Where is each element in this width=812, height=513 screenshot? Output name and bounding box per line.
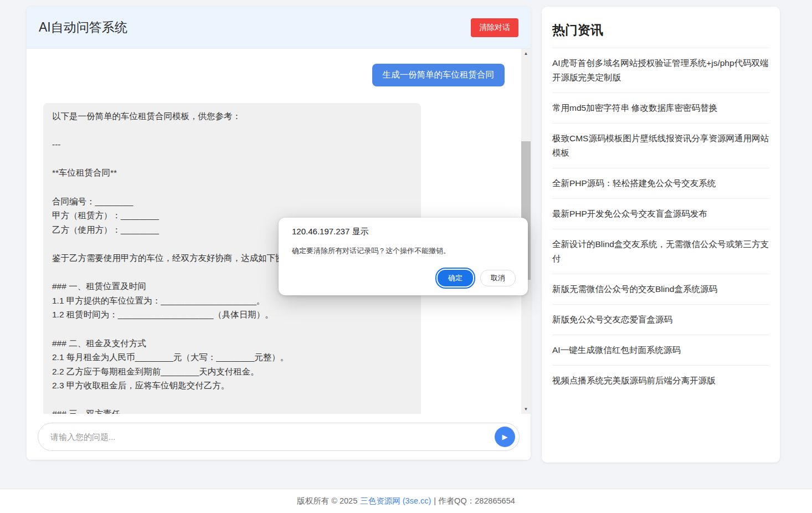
page-title: AI自动问答系统: [39, 19, 127, 36]
browser-confirm-dialog: 120.46.197.237 显示 确定要清除所有对话记录吗？这个操作不能撤销。…: [279, 218, 528, 295]
send-icon: ▶: [502, 433, 508, 441]
chat-header: AI自动问答系统 清除对话: [27, 7, 531, 49]
dialog-cancel-button[interactable]: 取消: [480, 270, 516, 286]
author-qq-text: | 作者QQ：282865654: [434, 496, 515, 506]
chat-input-bar: ▶: [27, 414, 531, 460]
page-footer: 版权所有 © 2025 三色资源网 (3se.cc) | 作者QQ：282865…: [0, 489, 812, 513]
news-item[interactable]: 全新设计的Blind盒交友系统，无需微信公众号或第三方支付: [552, 229, 769, 274]
news-item[interactable]: 新版免公众号交友恋爱盲盒源码: [552, 305, 769, 335]
news-item[interactable]: 最新PHP开发免公众号交友盲盒源码发布: [552, 199, 769, 229]
dialog-message: 确定要清除所有对话记录吗？这个操作不能撤销。: [292, 246, 515, 256]
scroll-down-icon[interactable]: ▼: [521, 404, 531, 414]
news-item[interactable]: 全新PHP源码：轻松搭建免公众号交友系统: [552, 168, 769, 199]
news-item[interactable]: 常用md5加密字符串 修改数据库密密码替换: [552, 93, 769, 124]
scroll-up-icon[interactable]: ▲: [521, 49, 531, 58]
copyright-text: 版权所有 © 2025: [297, 496, 357, 506]
news-item[interactable]: 极致CMS源码模板图片壁纸线报资讯分享资源网通用网站模板: [552, 124, 769, 168]
hot-news-panel: 热门资讯 AI虎哥首创多域名网站授权验证管理系统+js/php代码双端开源版完美…: [542, 7, 780, 463]
send-button[interactable]: ▶: [495, 427, 515, 447]
site-link[interactable]: 三色资源网 (3se.cc): [360, 496, 431, 506]
dialog-title: 120.46.197.237 显示: [292, 227, 515, 237]
question-input[interactable]: [38, 423, 520, 451]
user-message-bubble: 生成一份简单的车位租赁合同: [372, 64, 505, 86]
news-item[interactable]: 视频点播系统完美版源码前后端分离开源版: [552, 366, 769, 396]
clear-conversation-button[interactable]: 清除对话: [471, 18, 518, 37]
news-item[interactable]: 新版无需微信公众号的交友Blind盒系统源码: [552, 274, 769, 305]
dialog-confirm-button[interactable]: 确定: [438, 270, 473, 286]
hot-news-title: 热门资讯: [552, 7, 769, 48]
news-item[interactable]: AI一键生成微信红包封面系统源码: [552, 335, 769, 366]
news-item[interactable]: AI虎哥首创多域名网站授权验证管理系统+js/php代码双端开源版完美定制版: [552, 48, 769, 93]
